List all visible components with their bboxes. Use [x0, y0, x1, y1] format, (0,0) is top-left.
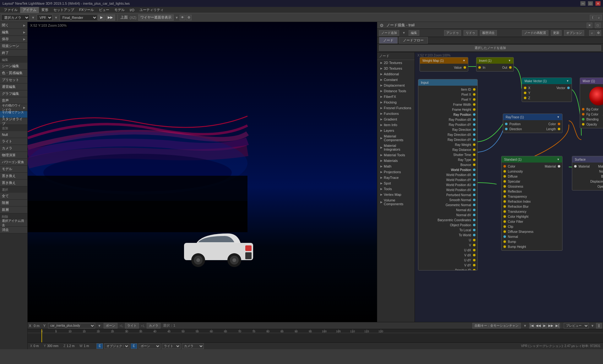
- del-selected-btn[interactable]: 選択アイテム消去: [0, 220, 27, 227]
- next-frame-btn[interactable]: ▶|: [554, 323, 560, 329]
- cat-math[interactable]: ▶ Math: [377, 163, 415, 169]
- menu-model[interactable]: モデル: [112, 7, 127, 13]
- undo-btn[interactable]: アンドゥ: [444, 30, 461, 36]
- bone-type-select[interactable]: ボーン: [139, 343, 160, 349]
- parent-btn[interactable]: 親層: [0, 206, 27, 213]
- cat-functions[interactable]: ▶ Functions: [377, 111, 415, 116]
- node-assign-btn[interactable]: ノードの再配置: [522, 30, 548, 36]
- render-select[interactable]: Final_Render: [60, 14, 97, 21]
- invert-node-header[interactable]: Invert (1) ▼: [476, 57, 513, 64]
- light-btn[interactable]: ライト: [0, 138, 27, 145]
- raytrace-header[interactable]: RayTrace (1) ▼: [503, 114, 562, 120]
- obj-type-select[interactable]: オブジェクト: [104, 343, 129, 349]
- cat-raytrace[interactable]: ▶ RayTrace: [377, 175, 415, 180]
- menu-setup[interactable]: セットアップ: [51, 7, 77, 13]
- render-btn2[interactable]: ▶▶: [106, 14, 115, 21]
- camera-select[interactable]: 選択カメラ: [1, 14, 30, 21]
- expand-node-btn[interactable]: □: [595, 23, 600, 28]
- open-btn[interactable]: 聞く▶: [0, 22, 27, 29]
- mixer-header[interactable]: Mixer (1) ▼: [580, 78, 603, 84]
- wireframe-btn[interactable]: ワイヤー遮面非表示: [138, 14, 174, 21]
- weight-map-node-header[interactable]: Weight Map (1) ▼: [420, 57, 468, 64]
- standard-header[interactable]: Standard (1) ▼: [502, 156, 562, 163]
- camera-btn[interactable]: カメラ: [147, 323, 160, 329]
- make-vector-header[interactable]: Make Vector (1) ▼: [522, 78, 572, 84]
- search-icon[interactable]: ⌕: [596, 15, 602, 20]
- close-node-btn[interactable]: ✕: [587, 23, 592, 28]
- model-btn[interactable]: モデル: [0, 166, 27, 173]
- light-btn[interactable]: ライト: [125, 323, 139, 329]
- timeline-track[interactable]: 0 5 10 15 20 25 30 35 40 45 50 55 60 65 …: [28, 329, 603, 342]
- options-btn[interactable]: オプション: [564, 30, 584, 36]
- play-next-btn[interactable]: ▶▶: [548, 323, 554, 329]
- navigate-btn[interactable]: 通雷編集: [0, 83, 27, 90]
- cat-layers[interactable]: ▶ Layers: [377, 128, 415, 133]
- standard-node[interactable]: Standard (1) ▼ Color Material: [501, 156, 562, 251]
- play-prev-btn[interactable]: ◀◀: [535, 323, 541, 329]
- e-label[interactable]: E: [96, 343, 103, 349]
- camera-btn[interactable]: カメラ: [0, 145, 27, 152]
- cat-gradient[interactable]: ▶ Gradient: [377, 116, 415, 122]
- cat-fiberfx[interactable]: ▶ FiberFX: [377, 94, 415, 99]
- node-canvas[interactable]: X:52 Y:103 Zoom:100%: [415, 52, 603, 322]
- cat-constant[interactable]: ▶ Constant: [377, 77, 415, 83]
- input-node-header[interactable]: Input: [418, 79, 477, 86]
- redo-btn[interactable]: リドゥ: [464, 30, 477, 36]
- settings-icon[interactable]: ⚙: [186, 15, 192, 20]
- cat-displacement[interactable]: ▶ Displacement: [377, 83, 415, 88]
- pause-btn[interactable]: ||: [596, 323, 602, 329]
- surface-header[interactable]: Surface ▼: [572, 156, 603, 163]
- close-button[interactable]: ✕: [595, 1, 600, 6]
- maximize-button[interactable]: □: [588, 1, 593, 6]
- gear-icon[interactable]: ⚙: [595, 30, 601, 36]
- cat-3d[interactable]: ▶ 3D Textures: [377, 66, 415, 71]
- light-type-select[interactable]: ライト: [162, 343, 181, 349]
- replace2-btn[interactable]: 置き換え: [0, 179, 27, 186]
- cat-tools[interactable]: ▶ Tools: [377, 186, 415, 192]
- invert-node[interactable]: Invert (1) ▼ In Out: [476, 57, 514, 72]
- play-btn[interactable]: ▶: [542, 323, 547, 329]
- eye-icon[interactable]: 👁: [180, 15, 185, 20]
- search-icon2[interactable]: ⌕: [589, 30, 595, 36]
- cat-mattools[interactable]: ▶ Material Tools: [377, 152, 415, 158]
- menu-fxtool[interactable]: FXツール: [77, 7, 96, 13]
- replace-btn[interactable]: 置き換え: [0, 173, 27, 179]
- mixer-node[interactable]: Mixer (1) ▼ Bg Color Color: [580, 78, 603, 128]
- make-vector-node[interactable]: Make Vector (1) ▼ X Vector: [522, 78, 572, 102]
- quit-btn[interactable]: 終了: [0, 50, 27, 56]
- render-btn[interactable]: ▶: [98, 14, 105, 21]
- cat-additional[interactable]: ▶ Additional: [377, 71, 415, 77]
- cat-materials[interactable]: ▶ Materials: [377, 158, 415, 163]
- input-node[interactable]: Input Item ID Pixel X Pixel Y Frame Widt…: [418, 79, 478, 270]
- cat-spot[interactable]: ▶ Spot: [377, 180, 415, 186]
- scene-btn[interactable]: 現規シーン: [0, 43, 27, 50]
- cat-2d[interactable]: ▶ 2D Textures: [377, 60, 415, 66]
- menu-transform[interactable]: 変形: [39, 7, 51, 13]
- menu-io[interactable]: I/O: [127, 8, 137, 13]
- raytrace-node[interactable]: RayTrace (1) ▼ Position Color: [503, 114, 562, 133]
- preset-btn[interactable]: プリセット: [0, 77, 27, 83]
- preview-select[interactable]: プレビュー: [564, 323, 589, 329]
- tab-node[interactable]: ノード: [379, 37, 398, 44]
- save-btn[interactable]: 保存▶: [0, 36, 27, 43]
- node-edit-btn[interactable]: 編集: [409, 30, 419, 36]
- weight-map-node[interactable]: Weight Map (1) ▼ Value: [420, 57, 468, 72]
- window-controls[interactable]: ─ □ ✕: [580, 1, 600, 6]
- cat-fresnel[interactable]: ▶ Fresnel Functions: [377, 105, 415, 111]
- null-btn[interactable]: Null: [0, 131, 27, 138]
- cat-vertexmap[interactable]: ▶ Vertex Map: [377, 192, 415, 197]
- update-btn[interactable]: 更新: [551, 30, 562, 36]
- add-selected-node-btn[interactable]: 選択したノードを追加: [379, 45, 601, 51]
- prev-icon[interactable]: ⟨: [590, 15, 595, 20]
- minimize-button[interactable]: ─: [580, 1, 585, 6]
- e-label2[interactable]: E: [131, 343, 137, 349]
- del-btn[interactable]: 消去: [0, 227, 27, 233]
- cat-flocking[interactable]: ▶ Flocking: [377, 99, 415, 105]
- graph-btn[interactable]: グラフ編集: [0, 90, 27, 97]
- bone-btn[interactable]: ボーン: [104, 323, 117, 329]
- surface-node[interactable]: Surface ▼ Material Material: [572, 156, 603, 190]
- clear-history-btn[interactable]: 履歴消去: [480, 30, 497, 36]
- viewport[interactable]: X:52 Y:103 Zoom:100%: [28, 22, 377, 322]
- menu-utility[interactable]: ユーティリティ: [137, 7, 166, 13]
- all-btn[interactable]: 全て: [0, 193, 27, 200]
